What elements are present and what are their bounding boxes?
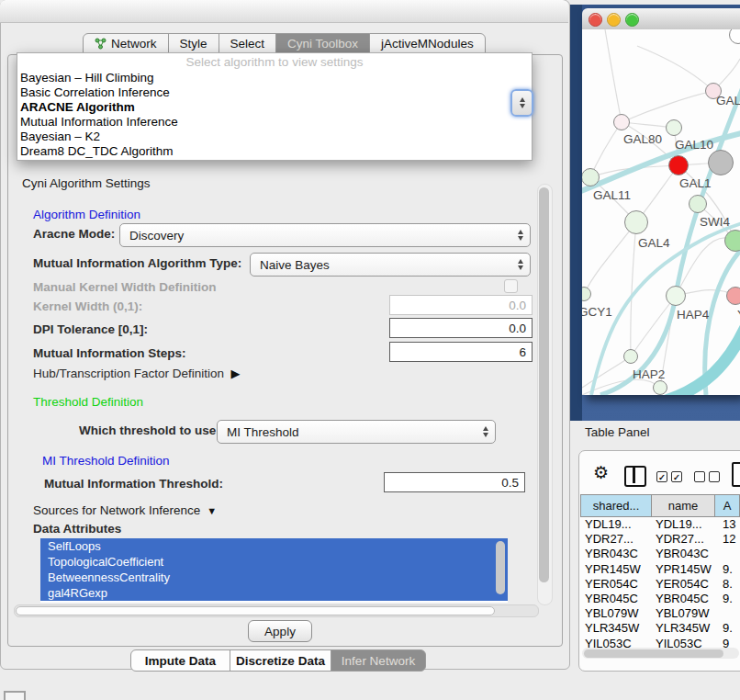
network-node-gal11[interactable] [582, 168, 600, 186]
network-node-gal10[interactable] [666, 119, 682, 136]
column-header-name[interactable]: name [651, 494, 715, 517]
checked-box-icon[interactable]: ✓ [671, 471, 682, 482]
tab-jactivemnodules[interactable]: jActiveMNodules [369, 33, 486, 54]
dpi-tolerance-field[interactable]: 0.0 [389, 318, 533, 338]
which-threshold-select[interactable]: MI Threshold [217, 420, 496, 444]
tab-cyni-toolbox[interactable]: Cyni Toolbox [275, 33, 370, 54]
data-attributes-list[interactable]: SelfLoopsTopologicalCoefficientBetweenne… [40, 538, 508, 603]
scrollbar-thumb[interactable] [539, 187, 549, 582]
node-label-swi4: SWI4 [700, 215, 730, 229]
table-cell: YER054C [581, 577, 653, 592]
table-row[interactable]: YER054CYER054C8. [581, 577, 740, 592]
network-node[interactable] [724, 230, 740, 252]
column-header-shared[interactable]: shared... [580, 494, 652, 517]
algorithm-combobox-fragment[interactable] [510, 89, 533, 117]
tab-select[interactable]: Select [219, 33, 277, 54]
scrollbar-thumb[interactable] [16, 606, 495, 615]
split-columns-icon[interactable] [624, 466, 646, 487]
table-row[interactable]: YBR043CYBR043C [581, 547, 740, 561]
column-header-a[interactable]: A [714, 494, 740, 517]
corner-grip-icon[interactable] [4, 691, 26, 700]
minimize-traffic-light-icon[interactable] [607, 13, 621, 27]
node-label-gal: GAL [716, 94, 740, 107]
aracne-mode-label: Aracne Mode: [33, 227, 115, 241]
table-row[interactable]: YDR27...YDR27...12 [581, 532, 740, 547]
attribute-list-scrollbar[interactable] [496, 541, 506, 600]
control-panel-titlebar[interactable] [0, 0, 568, 23]
attribute-item-selfloops[interactable]: SelfLoops [40, 538, 508, 554]
tab-style[interactable]: Style [168, 33, 219, 54]
table-row[interactable]: YDL19...YDL19...13 [581, 517, 740, 532]
mi-algorithm-type-select[interactable]: Naive Bayes [250, 253, 531, 277]
data-attributes-label: Data Attributes [33, 522, 121, 536]
mi-algorithm-type-label: Mutual Information Algorithm Type: [33, 256, 241, 270]
manual-kernel-width-label: Manual Kernel Width Definition [33, 280, 216, 294]
network-node-gal4[interactable] [624, 210, 648, 234]
network-node-y[interactable] [726, 287, 740, 305]
table-cell [717, 547, 740, 561]
attribute-item-betweennesscentrality[interactable]: BetweennessCentrality [40, 570, 508, 585]
table-cell: YDR27... [653, 532, 717, 547]
table-cell [717, 606, 740, 621]
mi-threshold-label: Mutual Information Threshold: [44, 477, 223, 491]
gear-icon[interactable]: ⚙ [593, 462, 609, 483]
attribute-item-topologicalcoefficient[interactable]: TopologicalCoefficient [40, 554, 508, 570]
zoom-traffic-light-icon[interactable] [625, 13, 639, 27]
scrollbar-thumb[interactable] [496, 541, 505, 594]
mi-steps-field[interactable]: 6 [389, 342, 533, 362]
apply-button[interactable]: Apply [248, 620, 312, 642]
network-canvas[interactable]: GALGAL80GAL10GAL1GAL11GAL4SWI4GCY1HAP4YH… [582, 29, 740, 395]
table-row[interactable]: YBR045CYBR045C9. [581, 592, 740, 606]
network-node[interactable] [708, 150, 734, 175]
network-node-gal1[interactable] [668, 155, 689, 175]
unchecked-box-icon[interactable] [694, 471, 705, 482]
close-traffic-light-icon[interactable] [589, 13, 602, 27]
stepper-arrows-icon [518, 230, 523, 241]
table-cell: 8. [717, 577, 740, 592]
hub-definition-label: Hub/Transcription Factor Definition [33, 367, 224, 380]
mi-threshold-definition-legend: MI Threshold Definition [39, 454, 174, 468]
network-node-gal80[interactable] [613, 114, 630, 130]
table-row[interactable]: YPR145WYPR145W9. [581, 562, 740, 577]
mi-threshold-field[interactable]: 0.5 [384, 472, 525, 492]
node-label-gal1: GAL1 [679, 176, 712, 190]
network-node[interactable] [653, 380, 667, 395]
attribute-item-gal4rgexp[interactable]: gal4RGexp [40, 585, 508, 601]
sources-legend[interactable]: Sources for Network Inference ▼ [29, 503, 220, 517]
table-cell: YPR145W [653, 562, 717, 577]
network-node-hap4[interactable] [666, 286, 686, 306]
scrollbar-thumb[interactable] [584, 649, 723, 658]
table-horizontal-scrollbar[interactable] [582, 648, 739, 659]
manual-kernel-width-checkbox[interactable] [504, 279, 518, 293]
dropdown-item-basic-correlation-inference[interactable]: Basic Correlation Inference [17, 85, 532, 100]
checked-box-icon[interactable]: ✓ [656, 471, 667, 482]
tab-label: Select [230, 37, 265, 51]
stepper-up-icon [520, 97, 525, 102]
aracne-mode-select[interactable]: Discovery [119, 223, 531, 247]
document-icon[interactable] [732, 462, 740, 487]
hub-definition-expander[interactable]: Hub/Transcription Factor Definition ▶ [33, 367, 240, 380]
unchecked-box-icon[interactable] [709, 471, 720, 482]
settings-vertical-scrollbar[interactable] [537, 184, 553, 605]
control-panel-tab-bar: NetworkStyleSelectCyni ToolboxjActiveMNo… [84, 33, 486, 54]
tab-network[interactable]: Network [83, 33, 169, 54]
network-window-titlebar[interactable] [582, 8, 740, 30]
table-row[interactable]: YLR345WYLR345W9. [581, 621, 740, 636]
tab-label: Style [180, 37, 207, 51]
split-columns-icon-bar [633, 466, 635, 483]
table-row[interactable]: YBL079WYBL079W [581, 606, 740, 621]
dropdown-item-bayesian-hill-climbing[interactable]: Bayesian – Hill Climbing [17, 71, 532, 85]
network-node-hap2[interactable] [623, 349, 638, 364]
cyni-algorithm-settings-legend: Cyni Algorithm Settings [18, 176, 154, 190]
dropdown-item-bayesian-k2[interactable]: Bayesian – K2 [17, 130, 532, 144]
settings-horizontal-scrollbar[interactable] [14, 604, 539, 617]
tab-infer-network[interactable]: Infer Network [331, 649, 426, 672]
dropdown-item-aracne-algorithm[interactable]: ARACNE Algorithm [17, 100, 532, 115]
tab-discretize-data[interactable]: Discretize Data [230, 649, 331, 672]
dropdown-item-dream8-dc-tdc-algorithm[interactable]: Dream8 DC_TDC Algorithm [17, 144, 532, 159]
table-cell: 9. [717, 621, 740, 636]
tab-impute-data[interactable]: Impute Data [130, 649, 230, 672]
dropdown-item-mutual-information-inference[interactable]: Mutual Information Inference [17, 115, 532, 130]
network-node-swi4[interactable] [689, 195, 707, 213]
kernel-width-field[interactable]: 0.0 [389, 295, 533, 315]
